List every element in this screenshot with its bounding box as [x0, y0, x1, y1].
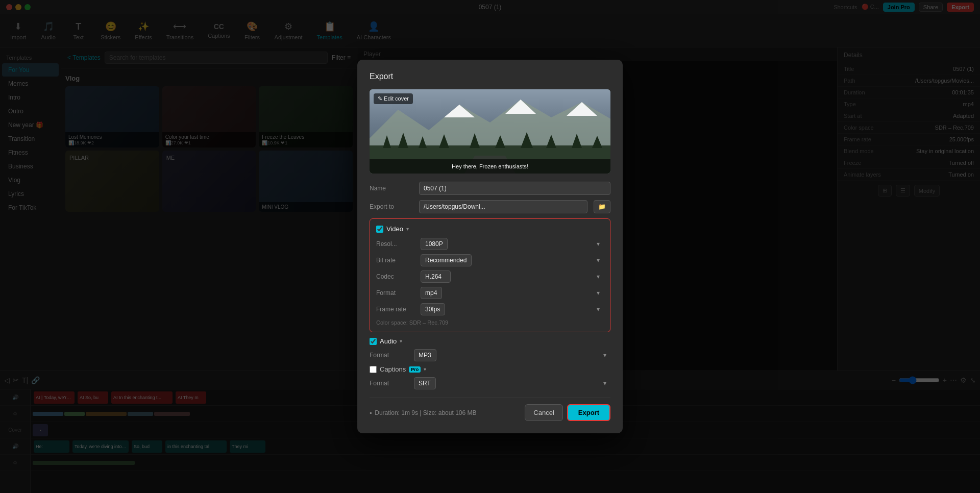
name-label: Name [370, 185, 413, 192]
captions-label: Captions [380, 365, 406, 373]
audio-section-header: Audio ▾ [370, 337, 610, 345]
audio-arrow-icon: ▾ [400, 338, 402, 344]
video-checkbox[interactable] [376, 226, 383, 233]
video-section: Video ▾ Resol... 1080P 720P 4K Bit rate [370, 218, 610, 332]
captions-arrow-icon: ▾ [424, 366, 426, 372]
framerate-label: Frame rate [376, 306, 414, 313]
name-row: Name [370, 182, 610, 195]
duration-text: Duration: 1m 9s | Size: about 106 MB [375, 409, 476, 416]
captions-format-select-wrapper: SRT VTT ASS [414, 377, 610, 389]
audio-format-row: Format MP3 AAC WAV [370, 349, 610, 361]
export-to-label: Export to [370, 203, 413, 210]
dialog-footer: ▪ Duration: 1m 9s | Size: about 106 MB C… [370, 398, 610, 421]
pro-badge: Pro [409, 366, 421, 373]
export-action-button[interactable]: Export [567, 404, 610, 421]
video-label: Video [386, 225, 403, 233]
resolution-row: Resol... 1080P 720P 4K [376, 238, 604, 250]
resolution-label: Resol... [376, 240, 414, 248]
captions-format-row: Format SRT VTT ASS [370, 377, 610, 389]
audio-section: Audio ▾ Format MP3 AAC WAV [370, 337, 610, 361]
audio-format-select-wrapper: MP3 AAC WAV [414, 349, 610, 361]
resolution-select-wrapper: 1080P 720P 4K [421, 238, 604, 250]
export-dialog: Export [357, 60, 623, 433]
export-overlay: Export [0, 0, 980, 493]
framerate-select[interactable]: 30fps 24fps 60fps [421, 303, 445, 315]
video-format-label: Format [376, 289, 414, 297]
captions-checkbox[interactable] [370, 366, 377, 373]
cancel-button[interactable]: Cancel [525, 404, 562, 421]
captions-section: Captions Pro ▾ Format SRT VTT ASS [370, 365, 610, 389]
duration-icon: ▪ [370, 409, 372, 416]
captions-format-select[interactable]: SRT VTT ASS [414, 377, 436, 389]
captions-section-header: Captions Pro ▾ [370, 365, 610, 373]
bitrate-select-wrapper: Recommended Low High [421, 254, 604, 266]
audio-format-select[interactable]: MP3 AAC WAV [414, 349, 436, 361]
video-arrow-icon: ▾ [406, 226, 409, 232]
bitrate-label: Bit rate [376, 257, 414, 264]
video-section-header: Video ▾ [376, 225, 604, 233]
name-input[interactable] [419, 182, 610, 195]
resolution-select[interactable]: 1080P 720P 4K [421, 238, 448, 250]
video-format-select-wrapper: mp4 mov avi [421, 287, 604, 299]
bitrate-select[interactable]: Recommended Low High [421, 254, 472, 266]
captions-format-label: Format [370, 380, 408, 387]
codec-row: Codec H.264 H.265 ProRes [376, 270, 604, 283]
audio-checkbox[interactable] [370, 338, 377, 345]
footer-buttons: Cancel Export [525, 404, 610, 421]
framerate-select-wrapper: 30fps 24fps 60fps [421, 303, 604, 315]
export-to-row: Export to 📁 [370, 200, 610, 213]
edit-cover-button[interactable]: ✎ Edit cover [374, 93, 413, 104]
audio-format-label: Format [370, 352, 408, 359]
color-space-text: Color space: SDR – Rec.709 [376, 319, 604, 326]
codec-select-wrapper: H.264 H.265 ProRes [421, 270, 604, 283]
audio-label: Audio [380, 337, 397, 345]
folder-browse-button[interactable]: 📁 [594, 200, 610, 213]
codec-label: Codec [376, 273, 414, 280]
video-format-row: Format mp4 mov avi [376, 287, 604, 299]
preview-area: ✎ Edit cover Hey there, Frozen enthusias… [370, 89, 610, 174]
framerate-row: Frame rate 30fps 24fps 60fps [376, 303, 604, 315]
export-path-input[interactable] [419, 200, 587, 213]
preview-caption: Hey there, Frozen enthusiasts! [370, 159, 610, 174]
video-format-select[interactable]: mp4 mov avi [421, 287, 442, 299]
bitrate-row: Bit rate Recommended Low High [376, 254, 604, 266]
dialog-title: Export [370, 72, 610, 81]
duration-info: ▪ Duration: 1m 9s | Size: about 106 MB [370, 409, 476, 416]
codec-select[interactable]: H.264 H.265 ProRes [421, 270, 451, 283]
